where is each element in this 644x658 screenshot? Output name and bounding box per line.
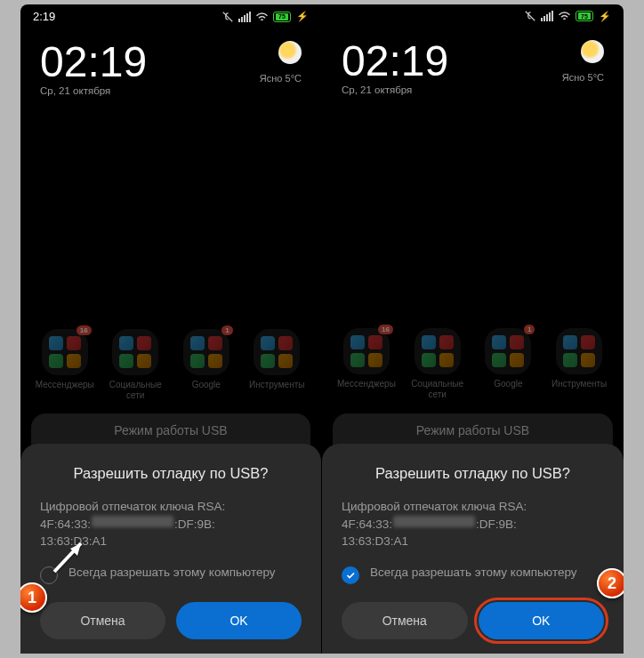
folder-tools[interactable]: Инструменты bbox=[548, 328, 610, 399]
always-allow-row[interactable]: Всегда разрешать этому компьютеру bbox=[342, 565, 604, 584]
folder-google[interactable]: 1 Google bbox=[175, 329, 237, 400]
weather-text: Ясно 5°C bbox=[260, 73, 302, 84]
ok-button[interactable]: OK bbox=[479, 602, 605, 639]
clock-time: 02:19 bbox=[342, 40, 448, 83]
folder-social[interactable]: Социальные сети bbox=[407, 328, 469, 399]
status-icons: 75 ⚡ bbox=[221, 11, 309, 23]
weather-text: Ясно 5°C bbox=[562, 72, 604, 83]
status-time: 2:19 bbox=[33, 10, 55, 23]
folder-row: 16 Мессенджеры Социальные сети 1 Google bbox=[322, 328, 624, 399]
status-bar: 75 ⚡ bbox=[322, 4, 624, 24]
svg-rect-3 bbox=[246, 13, 248, 22]
svg-rect-2 bbox=[244, 15, 246, 22]
dialog-buttons: Отмена OK bbox=[342, 602, 604, 639]
svg-rect-4 bbox=[249, 12, 251, 22]
clock-widget: 02:19 Ср, 21 октября Ясно 5°C bbox=[342, 40, 604, 95]
charging-icon: ⚡ bbox=[599, 11, 611, 22]
usb-debug-dialog: Разрешить отладку по USB? Цифровой отпеч… bbox=[322, 444, 624, 654]
bottom-sheet-stack: Режим работы USB Разрешить отладку по US… bbox=[322, 413, 624, 654]
svg-rect-8 bbox=[549, 12, 551, 21]
always-allow-label: Всегда разрешать этому компьютеру bbox=[68, 565, 276, 581]
clock-date: Ср, 21 октября bbox=[40, 85, 147, 96]
folder-messengers[interactable]: 16 Мессенджеры bbox=[34, 329, 96, 400]
clock-date: Ср, 21 октября bbox=[342, 84, 448, 95]
dialog-title: Разрешить отладку по USB? bbox=[342, 465, 604, 482]
mute-icon bbox=[221, 11, 234, 23]
screenshot-pair: 2:19 75 ⚡ 02:19 bbox=[20, 4, 624, 654]
signal-icon bbox=[238, 12, 251, 22]
dialog-title: Разрешить отладку по USB? bbox=[40, 465, 302, 482]
svg-rect-7 bbox=[546, 14, 548, 21]
always-allow-label: Всегда разрешать этому компьютеру bbox=[370, 565, 577, 581]
dialog-message: Цифровой отпечаток ключа RSA: 4F:64:33::… bbox=[342, 498, 604, 550]
redacted bbox=[92, 516, 173, 527]
folder-row: 16 Мессенджеры Социальные сети 1 Google bbox=[20, 329, 321, 400]
clock-widget: 02:19 Ср, 21 октября Ясно 5°C bbox=[40, 41, 302, 96]
ok-button[interactable]: OK bbox=[176, 602, 302, 639]
status-bar: 2:19 75 ⚡ bbox=[20, 4, 321, 25]
svg-rect-0 bbox=[238, 19, 240, 22]
redacted bbox=[393, 516, 475, 527]
home-screen: 02:19 Ср, 21 октября Ясно 5°C 16 Мессенд… bbox=[20, 25, 321, 345]
badge: 1 bbox=[221, 325, 232, 335]
dialog-buttons: Отмена OK bbox=[40, 602, 302, 639]
home-screen: 02:19 Ср, 21 октября Ясно 5°C 16 Мессенд… bbox=[322, 24, 624, 344]
badge: 16 bbox=[378, 325, 393, 334]
folder-messengers[interactable]: 16 Мессенджеры bbox=[335, 328, 398, 399]
clock-time: 02:19 bbox=[40, 41, 147, 84]
weather-icon bbox=[278, 41, 302, 64]
check-icon bbox=[345, 570, 356, 581]
phone-left: 2:19 75 ⚡ 02:19 bbox=[20, 4, 322, 654]
step-badge-2: 2 bbox=[597, 568, 624, 598]
folder-google[interactable]: 1 Google bbox=[477, 328, 539, 399]
svg-rect-1 bbox=[241, 17, 243, 22]
sheet-behind: Режим работы USB bbox=[31, 413, 310, 447]
phone-right: 75 ⚡ 02:19 Ср, 21 октября Ясно 5°C bbox=[322, 4, 624, 654]
wifi-icon bbox=[558, 11, 571, 21]
charging-icon: ⚡ bbox=[296, 11, 309, 22]
battery-icon: 75 bbox=[576, 11, 593, 21]
cancel-button[interactable]: Отмена bbox=[342, 602, 468, 639]
weather-icon bbox=[581, 40, 604, 63]
badge: 1 bbox=[524, 325, 535, 334]
svg-rect-6 bbox=[543, 16, 545, 21]
cancel-button[interactable]: Отмена bbox=[40, 602, 165, 639]
always-allow-checkbox[interactable] bbox=[342, 566, 359, 584]
wifi-icon bbox=[255, 12, 269, 22]
svg-rect-9 bbox=[551, 11, 553, 21]
folder-tools[interactable]: Инструменты bbox=[246, 329, 308, 400]
weather-widget: Ясно 5°C bbox=[562, 40, 604, 83]
status-icons: 75 ⚡ bbox=[524, 10, 611, 22]
folder-social[interactable]: Социальные сети bbox=[104, 329, 166, 400]
svg-rect-5 bbox=[541, 18, 543, 21]
badge: 16 bbox=[76, 325, 92, 335]
arrow-icon bbox=[45, 527, 99, 584]
weather-widget: Ясно 5°C bbox=[260, 41, 302, 84]
signal-icon bbox=[541, 11, 553, 21]
sheet-behind: Режим работы USB bbox=[333, 413, 613, 447]
battery-icon: 75 bbox=[273, 12, 291, 22]
mute-icon bbox=[524, 10, 536, 22]
